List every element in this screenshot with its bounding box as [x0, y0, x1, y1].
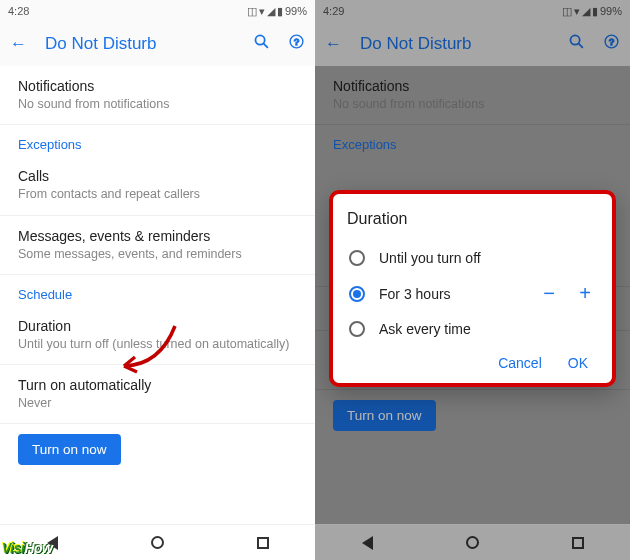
nav-recent-icon[interactable]: [257, 537, 269, 549]
wifi-icon: ▾: [259, 5, 265, 18]
battery-icon: ▮: [277, 5, 283, 18]
svg-point-0: [255, 35, 264, 44]
status-bar: 4:28 ◫ ▾ ◢ ▮ 99%: [0, 0, 315, 22]
cancel-button[interactable]: Cancel: [498, 355, 542, 371]
row-title: Notifications: [18, 78, 297, 94]
status-bar: 4:29 ◫ ▾ ◢ ▮ 99%: [315, 0, 630, 22]
notifications-row[interactable]: Notifications No sound from notification…: [315, 66, 630, 124]
schedule-header: Schedule: [0, 274, 315, 306]
svg-line-5: [579, 44, 583, 48]
page-title: Do Not Disturb: [45, 34, 156, 54]
row-sub: From contacts and repeat callers: [18, 186, 297, 202]
row-title: Duration: [18, 318, 297, 334]
radio-icon[interactable]: [349, 250, 365, 266]
row-title: Calls: [18, 168, 297, 184]
row-title: Messages, events & reminders: [18, 228, 297, 244]
messages-row[interactable]: Messages, events & reminders Some messag…: [0, 215, 315, 274]
option-for-hours[interactable]: For 3 hours − +: [347, 274, 598, 313]
search-icon[interactable]: [253, 33, 270, 55]
row-title: Notifications: [333, 78, 612, 94]
ok-button[interactable]: OK: [568, 355, 588, 371]
app-bar: ← Do Not Disturb ?: [315, 22, 630, 66]
clock: 4:29: [323, 5, 344, 17]
option-ask-every-time[interactable]: Ask every time: [347, 313, 598, 345]
duration-row[interactable]: Duration Until you turn off (unless turn…: [0, 306, 315, 364]
row-sub: No sound from notifications: [333, 96, 612, 112]
row-sub: No sound from notifications: [18, 96, 297, 112]
row-sub: Never: [18, 395, 297, 411]
clock: 4:28: [8, 5, 29, 17]
watermark: VisiHow: [2, 540, 52, 556]
turn-on-button[interactable]: Turn on now: [18, 434, 121, 465]
battery-pct: 99%: [285, 5, 307, 17]
decrease-button[interactable]: −: [538, 282, 560, 305]
dialog-title: Duration: [347, 210, 598, 228]
option-label: Ask every time: [379, 321, 471, 337]
vibrate-icon: ◫: [562, 5, 572, 18]
row-title: Turn on automatically: [18, 377, 297, 393]
back-icon[interactable]: ←: [325, 34, 342, 54]
app-bar: ← Do Not Disturb ?: [0, 22, 315, 66]
settings-page: Notifications No sound from notification…: [0, 66, 315, 524]
signal-icon: ◢: [267, 5, 275, 18]
radio-icon[interactable]: [349, 286, 365, 302]
svg-text:?: ?: [294, 37, 299, 47]
status-icons: ◫ ▾ ◢ ▮ 99%: [247, 5, 307, 18]
row-sub: Some messages, events, and reminders: [18, 246, 297, 262]
exceptions-header: Exceptions: [0, 124, 315, 156]
nav-home-icon[interactable]: [466, 536, 479, 549]
option-until-off[interactable]: Until you turn off: [347, 242, 598, 274]
svg-point-4: [570, 35, 579, 44]
page-title: Do Not Disturb: [360, 34, 471, 54]
increase-button[interactable]: +: [574, 282, 596, 305]
radio-icon[interactable]: [349, 321, 365, 337]
option-label: For 3 hours: [379, 286, 524, 302]
nav-bar: [315, 524, 630, 560]
signal-icon: ◢: [582, 5, 590, 18]
calls-row[interactable]: Calls From contacts and repeat callers: [0, 156, 315, 214]
vibrate-icon: ◫: [247, 5, 257, 18]
wifi-icon: ▾: [574, 5, 580, 18]
row-sub: Until you turn off (unless turned on aut…: [18, 336, 297, 352]
auto-row[interactable]: Turn on automatically Never: [0, 364, 315, 423]
option-label: Until you turn off: [379, 250, 481, 266]
battery-pct: 99%: [600, 5, 622, 17]
nav-recent-icon[interactable]: [572, 537, 584, 549]
status-icons: ◫ ▾ ◢ ▮ 99%: [562, 5, 622, 18]
nav-home-icon[interactable]: [151, 536, 164, 549]
duration-dialog: Duration Until you turn off For 3 hours …: [329, 190, 616, 387]
help-icon[interactable]: ?: [603, 33, 620, 55]
help-icon[interactable]: ?: [288, 33, 305, 55]
back-icon[interactable]: ←: [10, 34, 27, 54]
svg-line-1: [264, 44, 268, 48]
nav-back-icon[interactable]: [362, 536, 373, 550]
search-icon[interactable]: [568, 33, 585, 55]
exceptions-header: Exceptions: [315, 124, 630, 156]
turn-on-button[interactable]: Turn on now: [333, 400, 436, 431]
notifications-row[interactable]: Notifications No sound from notification…: [0, 66, 315, 124]
battery-icon: ▮: [592, 5, 598, 18]
svg-text:?: ?: [609, 37, 614, 47]
